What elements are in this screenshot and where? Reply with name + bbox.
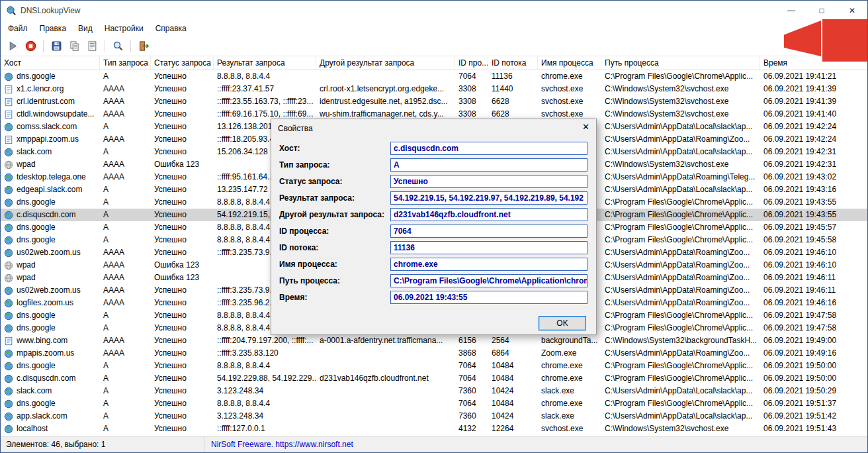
cell-thread-id: 6628 (488, 95, 538, 108)
cell-time: 06.09.2021 19:49:00 (760, 334, 867, 347)
cell-status: Успешно (151, 360, 214, 372)
cell-process-name: chrome.exe (538, 70, 601, 83)
cell-host: dns.google (1, 234, 100, 246)
cell-time: 06.09.2021 19:45:57 (760, 221, 867, 234)
title-bar: DNSLookupView — □ ✕ (1, 1, 867, 21)
dialog-field-query-type[interactable]: A (390, 158, 587, 172)
dialog-field-process-name[interactable]: chrome.exe (390, 258, 587, 271)
cell-status: Успешно (151, 133, 214, 146)
cell-result: ::ffff:23.55.163.73, ::ffff:23... (214, 95, 316, 108)
cell-host: wpad (1, 259, 100, 272)
host-label: wpad (17, 272, 36, 284)
dialog-field-process-id[interactable]: 7064 (390, 225, 587, 238)
dialog-field-query-status[interactable]: Успешно (390, 175, 587, 188)
copy-button[interactable] (66, 38, 82, 54)
column-header-process-path[interactable]: Путь процесса (601, 56, 760, 70)
cell-result: 54.192.229.88, 54.192.229... (214, 372, 316, 385)
host-label: dns.google (17, 221, 56, 234)
toolbar-separator (105, 40, 105, 52)
cell-result: ::ffff:3.235.83.120 (214, 347, 316, 360)
cell-host: us02web.zoom.us (1, 284, 100, 297)
nirsoft-link[interactable]: NirSoft Freeware. https://www.nirsoft.ne… (204, 440, 360, 449)
cell-process-path: C:\Program Files\Google\Chrome\Applic... (601, 322, 760, 334)
table-row[interactable]: www.bing.comAAAAУспешно::ffff:204.79.197… (1, 334, 867, 347)
cell-process-path: C:\Windows\System32\svchost.exe (601, 108, 760, 121)
host-label: app.slack.com (17, 410, 67, 423)
host-label: crl.identrust.com (17, 95, 75, 108)
cell-status: Успешно (151, 284, 214, 297)
dialog-field-thread-id[interactable]: 11136 (390, 241, 587, 254)
cell-time: 06.09.2021 19:42:31 (760, 158, 867, 171)
dialog-field-process-path[interactable]: C:\Program Files\Google\Chrome\Applicati… (390, 274, 587, 287)
dialog-label-query-type: Тип запроса: (279, 160, 390, 170)
save-button[interactable] (48, 38, 64, 54)
cell-host: logfiles.zoom.us (1, 297, 100, 309)
dialog-field-other-result[interactable]: d231vab146qzfb.cloudfront.net (390, 208, 587, 221)
table-row[interactable]: crl.identrust.comAAAAУспешно::ffff:23.55… (1, 95, 867, 108)
column-header-status[interactable]: Статус запроса (151, 56, 214, 70)
cell-type: A (100, 209, 151, 221)
column-header-other-result[interactable]: Другой результат запроса (316, 56, 455, 70)
dialog-field-row: ID потока:11136 (279, 241, 587, 254)
column-header-time[interactable]: Время (760, 56, 867, 70)
properties-button[interactable] (84, 38, 100, 54)
cell-time: 06.09.2021 19:41:39 (760, 83, 867, 95)
cell-status: Успешно (151, 183, 214, 196)
cell-other-result (316, 347, 455, 360)
close-button[interactable]: ✕ (837, 1, 867, 21)
cell-process-id: 7064 (455, 397, 488, 410)
table-row[interactable]: mpapis.zoom.usAAAAУспешно::ffff:3.235.83… (1, 347, 867, 360)
cell-type: A (100, 397, 151, 410)
column-header-process-name[interactable]: Имя процесса (538, 56, 601, 70)
column-header-process-id[interactable]: ID про... (455, 56, 488, 70)
cell-type: A (100, 423, 151, 435)
column-header-thread-id[interactable]: ID потока (488, 56, 538, 70)
menu-item-file[interactable]: Файл (2, 22, 34, 35)
menu-item-view[interactable]: Вид (72, 22, 99, 35)
dialog-field-row: Результат запроса:54.192.219.15, 54.192.… (279, 191, 587, 205)
cell-status: Ошибка 123 (151, 158, 214, 171)
table-row[interactable]: app.slack.comAУспешно3.123.248.347360104… (1, 410, 867, 423)
dialog-field-query-result[interactable]: 54.192.219.15, 54.192.219.97, 54.192.219… (390, 191, 587, 205)
minimize-button[interactable]: — (776, 1, 806, 21)
table-row[interactable]: slack.comAУспешно3.123.248.34736010424sl… (1, 385, 867, 397)
table-row[interactable]: dns.googleAУспешно8.8.8.8, 8.8.4.4706410… (1, 360, 867, 372)
table-row[interactable]: dns.googleAУспешно8.8.8.8, 8.8.4.4706410… (1, 397, 867, 410)
host-label: x1.c.lencr.org (17, 83, 64, 95)
stop-button[interactable] (22, 38, 38, 54)
table-row[interactable]: dns.googleAУспешно8.8.8.8, 8.8.4.4706411… (1, 70, 867, 83)
cell-type: AAAA (100, 272, 151, 284)
find-button[interactable] (110, 38, 126, 54)
cell-other-result (316, 70, 455, 83)
menu-item-edit[interactable]: Правка (34, 22, 73, 35)
cell-status: Успешно (151, 334, 214, 347)
cell-thread-id: 11136 (488, 70, 538, 83)
ok-button[interactable]: OK (539, 316, 586, 330)
menu-item-options[interactable]: Настройки (99, 22, 150, 35)
column-header-host[interactable]: Хост (1, 56, 100, 70)
cell-type: A (100, 221, 151, 234)
globe-icon (4, 362, 13, 371)
maximize-button[interactable]: □ (806, 1, 837, 21)
run-button[interactable] (5, 38, 21, 54)
table-row[interactable]: x1.c.lencr.orgAAAAУспешно::ffff:23.37.41… (1, 83, 867, 95)
table-row[interactable]: localhostAУспешно::ffff:127.0.0.14132122… (1, 423, 867, 435)
column-header-type[interactable]: Тип запроса (100, 56, 151, 70)
cell-status: Успешно (151, 297, 214, 309)
dialog-field-host[interactable]: c.disquscdn.com (390, 142, 587, 155)
cell-result: 8.8.8.8, 8.8.4.4 (214, 397, 316, 410)
cell-type: AAAA (100, 108, 151, 121)
table-row[interactable]: c.disquscdn.comAУспешно54.192.229.88, 54… (1, 372, 867, 385)
page-icon (4, 97, 13, 107)
cell-time: 06.09.2021 19:42:24 (760, 133, 867, 146)
cell-process-name: backgroundTa... (538, 334, 601, 347)
exit-button[interactable] (136, 38, 152, 54)
dialog-close-icon[interactable]: ✕ (582, 122, 589, 132)
menu-item-help[interactable]: Справка (150, 22, 193, 35)
column-header-result[interactable]: Результат запроса (214, 56, 316, 70)
host-label: mpapis.zoom.us (17, 347, 74, 360)
dialog-field-time[interactable]: 06.09.2021 19:43:55 (390, 291, 587, 304)
globe-icon (4, 412, 13, 421)
toolbar (1, 36, 867, 56)
cell-process-name: chrome.exe (538, 360, 601, 372)
